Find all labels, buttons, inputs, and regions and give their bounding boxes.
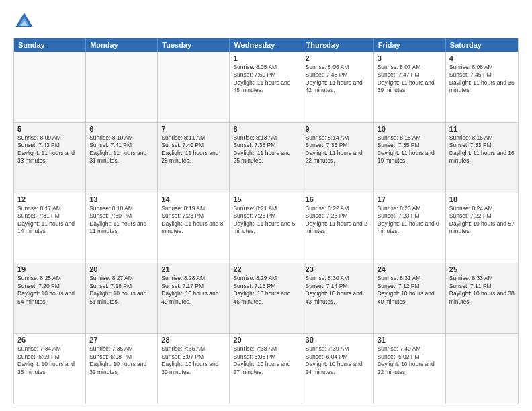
day-number: 17	[378, 195, 442, 203]
day-cell-26: 26Sunrise: 7:34 AM Sunset: 6:09 PM Dayli…	[14, 334, 86, 404]
calendar-row-1: 5Sunrise: 8:09 AM Sunset: 7:43 PM Daylig…	[14, 122, 518, 193]
calendar-row-3: 19Sunrise: 8:25 AM Sunset: 7:20 PM Dayli…	[14, 263, 518, 333]
day-number: 16	[306, 195, 370, 203]
day-info: Sunrise: 8:21 AM Sunset: 7:26 PM Dayligh…	[233, 205, 298, 236]
day-cell-6: 6Sunrise: 8:10 AM Sunset: 7:41 PM Daylig…	[86, 123, 158, 193]
calendar-row-2: 12Sunrise: 8:17 AM Sunset: 7:31 PM Dayli…	[14, 193, 518, 263]
header	[13, 11, 519, 32]
weekday-header-monday: Monday	[86, 38, 158, 52]
day-cell-27: 27Sunrise: 7:35 AM Sunset: 6:08 PM Dayli…	[86, 334, 158, 404]
day-number: 25	[449, 265, 515, 273]
calendar: SundayMondayTuesdayWednesdayThursdayFrid…	[13, 38, 519, 404]
calendar-row-4: 26Sunrise: 7:34 AM Sunset: 6:09 PM Dayli…	[14, 333, 518, 404]
day-info: Sunrise: 8:15 AM Sunset: 7:35 PM Dayligh…	[378, 134, 442, 165]
weekday-header-thursday: Thursday	[302, 38, 374, 52]
day-info: Sunrise: 8:10 AM Sunset: 7:41 PM Dayligh…	[89, 134, 154, 165]
day-cell-5: 5Sunrise: 8:09 AM Sunset: 7:43 PM Daylig…	[14, 123, 86, 193]
day-number: 7	[161, 125, 226, 133]
calendar-header: SundayMondayTuesdayWednesdayThursdayFrid…	[14, 38, 518, 52]
day-info: Sunrise: 8:07 AM Sunset: 7:47 PM Dayligh…	[378, 64, 442, 95]
day-cell-16: 16Sunrise: 8:22 AM Sunset: 7:25 PM Dayli…	[302, 193, 374, 263]
day-number: 1	[233, 54, 298, 62]
day-number: 15	[233, 195, 298, 203]
day-info: Sunrise: 8:17 AM Sunset: 7:31 PM Dayligh…	[17, 205, 82, 236]
day-number: 9	[306, 125, 370, 133]
day-number: 29	[233, 336, 298, 344]
day-cell-20: 20Sunrise: 8:27 AM Sunset: 7:18 PM Dayli…	[86, 263, 158, 333]
day-number: 13	[89, 195, 154, 203]
day-cell-11: 11Sunrise: 8:16 AM Sunset: 7:33 PM Dayli…	[446, 123, 518, 193]
day-number: 21	[161, 265, 226, 273]
day-info: Sunrise: 7:39 AM Sunset: 6:04 PM Dayligh…	[306, 345, 370, 376]
day-info: Sunrise: 7:36 AM Sunset: 6:07 PM Dayligh…	[161, 345, 226, 376]
day-number: 8	[233, 125, 298, 133]
day-number: 31	[378, 336, 442, 344]
weekday-header-tuesday: Tuesday	[158, 38, 230, 52]
day-cell-9: 9Sunrise: 8:14 AM Sunset: 7:36 PM Daylig…	[302, 123, 374, 193]
day-number: 24	[378, 265, 442, 273]
day-info: Sunrise: 7:35 AM Sunset: 6:08 PM Dayligh…	[89, 345, 154, 376]
day-cell-4: 4Sunrise: 8:08 AM Sunset: 7:45 PM Daylig…	[446, 52, 518, 122]
day-number: 20	[89, 265, 154, 273]
day-cell-12: 12Sunrise: 8:17 AM Sunset: 7:31 PM Dayli…	[14, 193, 86, 263]
day-cell-25: 25Sunrise: 8:33 AM Sunset: 7:11 PM Dayli…	[446, 263, 518, 333]
day-number: 30	[306, 336, 370, 344]
logo-icon	[13, 11, 35, 32]
day-info: Sunrise: 8:33 AM Sunset: 7:11 PM Dayligh…	[449, 275, 515, 306]
day-number: 26	[17, 336, 82, 344]
day-number: 18	[449, 195, 515, 203]
day-cell-3: 3Sunrise: 8:07 AM Sunset: 7:47 PM Daylig…	[374, 52, 446, 122]
day-cell-17: 17Sunrise: 8:23 AM Sunset: 7:23 PM Dayli…	[374, 193, 446, 263]
day-info: Sunrise: 7:38 AM Sunset: 6:05 PM Dayligh…	[233, 345, 298, 376]
day-info: Sunrise: 8:22 AM Sunset: 7:25 PM Dayligh…	[306, 205, 370, 236]
day-number: 27	[89, 336, 154, 344]
day-info: Sunrise: 8:13 AM Sunset: 7:38 PM Dayligh…	[233, 134, 298, 165]
weekday-header-friday: Friday	[374, 38, 446, 52]
day-info: Sunrise: 7:34 AM Sunset: 6:09 PM Dayligh…	[17, 345, 82, 376]
day-cell-30: 30Sunrise: 7:39 AM Sunset: 6:04 PM Dayli…	[302, 334, 374, 404]
day-info: Sunrise: 8:24 AM Sunset: 7:22 PM Dayligh…	[449, 205, 515, 236]
day-cell-18: 18Sunrise: 8:24 AM Sunset: 7:22 PM Dayli…	[446, 193, 518, 263]
day-info: Sunrise: 8:19 AM Sunset: 7:28 PM Dayligh…	[161, 205, 226, 236]
day-cell-14: 14Sunrise: 8:19 AM Sunset: 7:28 PM Dayli…	[158, 193, 230, 263]
day-cell-28: 28Sunrise: 7:36 AM Sunset: 6:07 PM Dayli…	[158, 334, 230, 404]
weekday-header-sunday: Sunday	[14, 38, 86, 52]
day-number: 12	[17, 195, 82, 203]
day-cell-10: 10Sunrise: 8:15 AM Sunset: 7:35 PM Dayli…	[374, 123, 446, 193]
day-cell-8: 8Sunrise: 8:13 AM Sunset: 7:38 PM Daylig…	[230, 123, 302, 193]
day-number: 28	[161, 336, 226, 344]
day-cell-21: 21Sunrise: 8:28 AM Sunset: 7:17 PM Dayli…	[158, 263, 230, 333]
day-info: Sunrise: 8:31 AM Sunset: 7:12 PM Dayligh…	[378, 275, 442, 306]
weekday-header-wednesday: Wednesday	[230, 38, 302, 52]
day-number: 3	[378, 54, 442, 62]
day-cell-2: 2Sunrise: 8:06 AM Sunset: 7:48 PM Daylig…	[302, 52, 374, 122]
day-info: Sunrise: 7:40 AM Sunset: 6:02 PM Dayligh…	[378, 345, 442, 376]
day-cell-23: 23Sunrise: 8:30 AM Sunset: 7:14 PM Dayli…	[302, 263, 374, 333]
day-info: Sunrise: 8:25 AM Sunset: 7:20 PM Dayligh…	[17, 275, 82, 306]
calendar-row-0: 1Sunrise: 8:05 AM Sunset: 7:50 PM Daylig…	[14, 52, 518, 122]
day-cell-7: 7Sunrise: 8:11 AM Sunset: 7:40 PM Daylig…	[158, 123, 230, 193]
day-cell-19: 19Sunrise: 8:25 AM Sunset: 7:20 PM Dayli…	[14, 263, 86, 333]
day-info: Sunrise: 8:14 AM Sunset: 7:36 PM Dayligh…	[306, 134, 370, 165]
day-info: Sunrise: 8:23 AM Sunset: 7:23 PM Dayligh…	[378, 205, 442, 236]
day-number: 23	[306, 265, 370, 273]
day-cell-13: 13Sunrise: 8:18 AM Sunset: 7:30 PM Dayli…	[86, 193, 158, 263]
day-info: Sunrise: 8:05 AM Sunset: 7:50 PM Dayligh…	[233, 64, 298, 95]
day-cell-24: 24Sunrise: 8:31 AM Sunset: 7:12 PM Dayli…	[374, 263, 446, 333]
day-cell-15: 15Sunrise: 8:21 AM Sunset: 7:26 PM Dayli…	[230, 193, 302, 263]
day-cell-1: 1Sunrise: 8:05 AM Sunset: 7:50 PM Daylig…	[230, 52, 302, 122]
day-cell-29: 29Sunrise: 7:38 AM Sunset: 6:05 PM Dayli…	[230, 334, 302, 404]
day-cell-22: 22Sunrise: 8:29 AM Sunset: 7:15 PM Dayli…	[230, 263, 302, 333]
day-number: 2	[306, 54, 370, 62]
day-info: Sunrise: 8:11 AM Sunset: 7:40 PM Dayligh…	[161, 134, 226, 165]
day-info: Sunrise: 8:06 AM Sunset: 7:48 PM Dayligh…	[306, 64, 370, 95]
day-info: Sunrise: 8:27 AM Sunset: 7:18 PM Dayligh…	[89, 275, 154, 306]
day-info: Sunrise: 8:28 AM Sunset: 7:17 PM Dayligh…	[161, 275, 226, 306]
day-number: 19	[17, 265, 82, 273]
page: SundayMondayTuesdayWednesdayThursdayFrid…	[0, 0, 532, 411]
day-number: 14	[161, 195, 226, 203]
day-number: 4	[449, 54, 515, 62]
day-number: 11	[449, 125, 515, 133]
day-info: Sunrise: 8:09 AM Sunset: 7:43 PM Dayligh…	[17, 134, 82, 165]
empty-cell	[158, 52, 230, 122]
